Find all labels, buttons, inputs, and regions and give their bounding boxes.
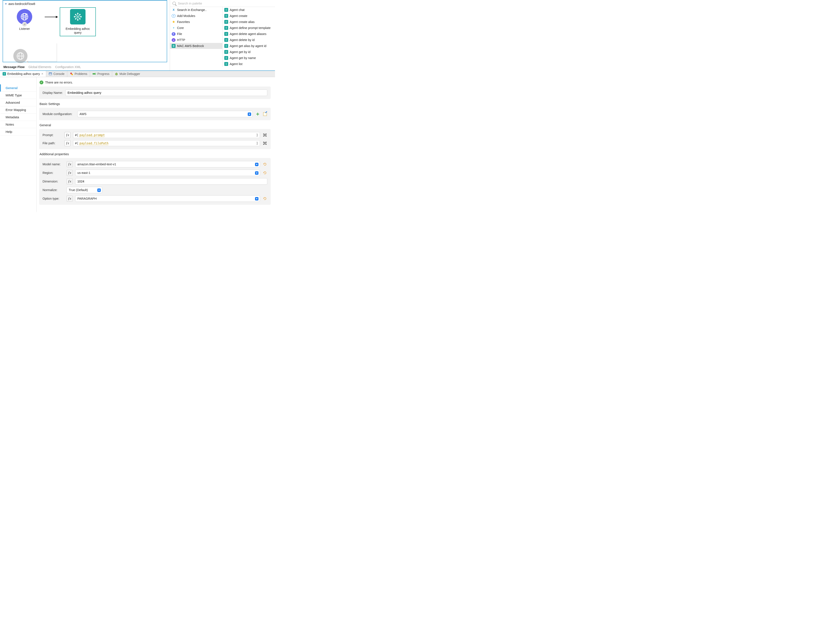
file-icon: F [171,32,176,36]
palette: XSearch in Exchange.. +Add Modules ★Favo… [170,0,275,71]
prompt-label: Prompt: [43,133,62,137]
tab-console[interactable]: Console [46,71,67,77]
side-tab-mime-type[interactable]: MIME Type [0,92,36,99]
region-label: Region: [43,171,64,174]
ghost-listener-icon [13,49,28,63]
close-icon[interactable]: ✕ [41,72,43,75]
tab-problems[interactable]: Problems [67,71,90,77]
progress-icon [93,72,96,75]
side-tab-error-mapping[interactable]: Error Mapping [0,106,36,114]
refresh-button[interactable] [263,171,267,175]
display-name-input[interactable] [65,89,267,96]
svg-point-23 [226,46,227,46]
bedrock-icon [224,56,228,60]
fx-toggle[interactable]: ƒx [66,196,73,202]
bedrock-icon [224,20,228,24]
ok-icon: ✓ [40,80,43,84]
bedrock-icon [224,26,228,30]
model-name-select[interactable]: amazon.titan-embed-text-v1 [75,161,260,168]
bedrock-icon [224,32,228,36]
palette-cat-http[interactable]: HHTTP [170,37,222,43]
tab-configuration-xml[interactable]: Configuration XML [55,65,81,69]
palette-op[interactable]: Agent delete by id [222,37,275,43]
listener-icon: ⇄ [17,9,32,25]
palette-op[interactable]: Agent delete agent aliases [222,31,275,37]
chevron-down-icon [255,171,258,175]
bedrock-icon [224,44,228,48]
properties-main: ✓ There are no errors. Display Name: Bas… [37,77,275,212]
palette-op[interactable]: Agent get alias by agent id [222,43,275,49]
add-config-button[interactable] [255,112,260,116]
side-tab-notes[interactable]: Notes [0,121,36,128]
chevron-down-icon [255,163,258,166]
plus-circle-icon: + [171,14,176,18]
fx-toggle[interactable]: ƒx [66,161,73,167]
tab-embedding-props[interactable]: Embedding adhoc query ✕ [0,71,46,77]
tab-message-flow[interactable]: Message Flow [3,65,25,69]
palette-cat-add-modules[interactable]: +Add Modules [170,13,222,19]
node-embedding-adhoc-query[interactable]: Embedding adhoc query [63,9,93,35]
return-line-v [57,43,57,62]
fx-toggle[interactable]: ƒx [65,132,71,138]
flow-name: aws-bedrockFlow8 [8,2,35,6]
refresh-button[interactable] [263,196,267,201]
svg-point-27 [4,74,5,74]
palette-cat-exchange[interactable]: XSearch in Exchange.. [170,7,222,13]
palette-op[interactable]: Agent create alias [222,19,275,25]
edit-icon [263,112,267,116]
palette-cat-file[interactable]: FFile [170,31,222,37]
side-tab-metadata[interactable]: Metadata [0,114,36,121]
side-tab-advanced[interactable]: Advanced [0,99,36,106]
svg-point-44 [266,136,267,137]
palette-op[interactable]: Agent get by id [222,49,275,55]
dimension-input[interactable] [75,178,267,185]
svg-point-48 [266,144,267,145]
bedrock-icon [224,50,228,54]
svg-point-41 [263,134,264,135]
bedrock-icon [224,14,228,18]
palette-op[interactable]: Agent define prompt template [222,25,275,31]
filepath-input[interactable]: #[ payload.filePath ] [73,140,260,146]
prompt-input[interactable]: #[ payload.prompt ] [73,132,260,138]
svg-point-47 [266,142,267,143]
svg-point-22 [226,40,227,40]
option-type-select[interactable]: PARAGRAPH [75,195,260,202]
svg-point-18 [226,16,227,16]
normalize-select[interactable]: True (Default) [66,187,102,193]
tab-global-elements[interactable]: Global Elements [28,65,51,69]
fx-toggle[interactable]: ƒx [66,170,73,176]
chevron-down-icon [97,188,101,192]
palette-search-input[interactable] [178,1,272,5]
refresh-button[interactable] [263,162,267,166]
palette-cat-mac-aws-bedrock[interactable]: MAC AWS Bedrock [170,43,222,49]
palette-op[interactable]: Agent create [222,13,275,19]
palette-search[interactable] [170,0,275,7]
region-select[interactable]: us-east-1 [75,169,260,176]
node-listener[interactable]: ⇄ Listener [9,9,40,31]
fx-toggle[interactable]: ƒx [65,140,71,146]
map-button[interactable] [263,132,267,137]
palette-cat-favorites[interactable]: ★Favorites [170,19,222,25]
palette-op[interactable]: Agent list [222,61,275,67]
bedrock-icon [3,72,6,75]
edit-config-button[interactable] [263,112,267,116]
svg-point-43 [266,134,267,135]
svg-point-17 [226,10,227,10]
chevron-down-icon [255,197,258,200]
collapse-triangle-icon[interactable]: ▼ [5,3,7,5]
tab-mule-debugger[interactable]: Mule Debugger [112,71,143,77]
palette-cat-core[interactable]: ▾Core [170,25,222,31]
palette-op[interactable]: Agent chat [222,7,275,13]
flow-title-bar[interactable]: ▼ aws-bedrockFlow8 [3,1,167,7]
tab-progress[interactable]: Progress [90,71,112,77]
fx-toggle[interactable]: ƒx [66,179,73,184]
palette-op[interactable]: Agent get by name [222,55,275,61]
side-tab-general[interactable]: General [0,84,36,92]
debugger-icon [115,72,118,75]
basic-settings-title: Basic Settings [40,102,271,106]
side-tab-help[interactable]: Help [0,128,36,136]
flow-canvas[interactable]: ▼ aws-bedrockFlow8 [3,0,167,62]
normalize-label: Normalize: [43,188,64,192]
module-config-select[interactable]: AWS [77,111,253,117]
map-button[interactable] [263,141,267,146]
